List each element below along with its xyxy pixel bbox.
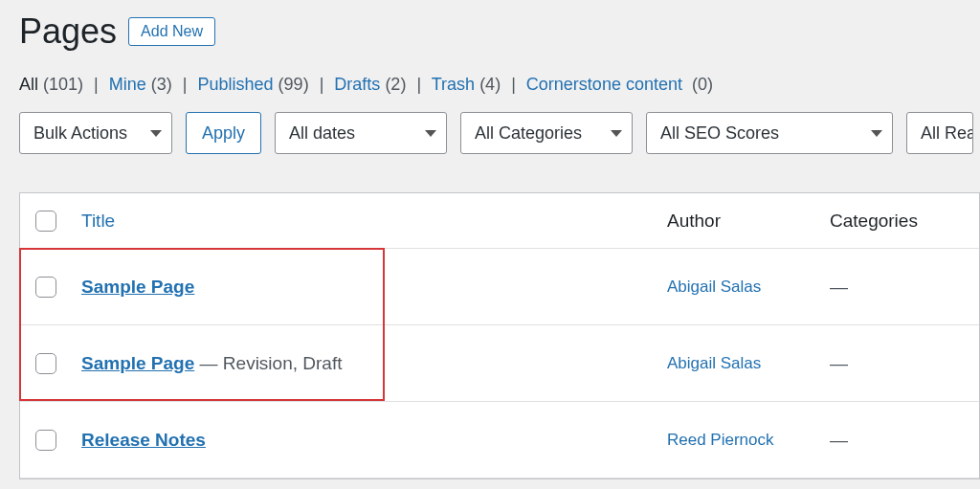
filter-links: All (101) | Mine (3) | Published (99) | …	[19, 75, 980, 95]
row-categories: —	[830, 353, 848, 373]
row-title-link[interactable]: Sample Page	[81, 353, 194, 373]
filter-trash-count: (4)	[479, 75, 501, 94]
filter-mine-count: (3)	[151, 75, 172, 94]
row-author-link[interactable]: Abigail Salas	[667, 354, 761, 372]
filter-cornerstone-count: (0)	[692, 75, 713, 94]
add-new-button[interactable]: Add New	[128, 17, 215, 46]
table-row: Sample Page — Revision, Draft Abigail Sa…	[20, 325, 979, 402]
row-status: — Revision, Draft	[194, 353, 342, 373]
categories-label: All Categories	[475, 123, 582, 144]
select-all-checkbox[interactable]	[35, 211, 56, 232]
bulk-actions-select[interactable]: Bulk Actions	[19, 112, 172, 154]
dates-label: All dates	[289, 123, 355, 144]
categories-select[interactable]: All Categories	[460, 112, 633, 154]
filter-published[interactable]: Published	[198, 75, 274, 94]
filter-drafts[interactable]: Drafts	[334, 75, 380, 94]
filter-trash[interactable]: Trash	[432, 75, 475, 94]
row-checkbox[interactable]	[35, 277, 56, 298]
row-categories: —	[830, 430, 848, 450]
chevron-down-icon	[871, 130, 882, 137]
chevron-down-icon	[611, 130, 622, 137]
table-row: Release Notes Reed Piernock —	[20, 402, 979, 478]
col-categories: Categories	[830, 211, 964, 232]
pages-table: Title Author Categories Sample Page Abig…	[19, 192, 980, 479]
row-categories: —	[830, 277, 848, 297]
filter-all[interactable]: All	[19, 75, 38, 94]
col-title[interactable]: Title	[81, 211, 115, 231]
chevron-down-icon	[150, 130, 162, 137]
filter-all-count: (101)	[43, 75, 83, 94]
apply-button[interactable]: Apply	[186, 112, 261, 154]
readability-label: All Rea	[921, 123, 973, 144]
table-row: Sample Page Abigail Salas —	[20, 249, 979, 325]
page-title: Pages	[19, 11, 117, 52]
seo-scores-select[interactable]: All SEO Scores	[646, 112, 893, 154]
row-checkbox[interactable]	[35, 353, 56, 374]
row-title-link[interactable]: Release Notes	[81, 430, 206, 450]
seo-scores-label: All SEO Scores	[660, 123, 779, 144]
row-checkbox[interactable]	[35, 430, 56, 451]
table-header: Title Author Categories	[20, 193, 979, 249]
row-author-link[interactable]: Abigail Salas	[667, 278, 761, 296]
filter-mine[interactable]: Mine	[109, 75, 146, 94]
bulk-actions-label: Bulk Actions	[33, 123, 127, 144]
filter-cornerstone[interactable]: Cornerstone content	[526, 75, 682, 94]
dates-select[interactable]: All dates	[275, 112, 447, 154]
col-author: Author	[667, 211, 830, 232]
row-author-link[interactable]: Reed Piernock	[667, 431, 774, 449]
readability-select[interactable]: All Rea	[906, 112, 973, 154]
filter-published-count: (99)	[278, 75, 309, 94]
chevron-down-icon	[425, 130, 436, 137]
filter-drafts-count: (2)	[385, 75, 406, 94]
row-title-link[interactable]: Sample Page	[81, 277, 194, 297]
